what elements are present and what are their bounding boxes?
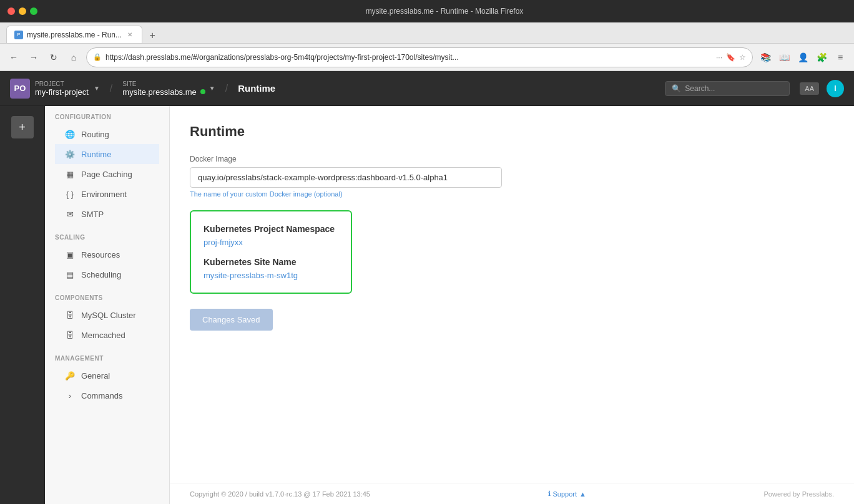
environment-label: Environment [81,190,127,199]
project-label: PROJECT [35,80,89,87]
docker-image-label: Docker Image [190,155,834,163]
left-sidebar: + [0,106,45,504]
sidebar-item-general[interactable]: 🔑 General [55,366,159,385]
reader-view-icon[interactable]: 📖 [777,50,792,65]
db2-icon: 🗄 [65,330,75,340]
site-selector[interactable]: SITE mysite.presslabs.me ▼ [122,80,215,97]
nav-sidebar: CONFIGURATION 🌐 Routing ⚙️ Runtime ▦ Pag… [45,106,170,504]
tab-favicon: P [14,31,23,39]
resources-label: Resources [81,250,120,259]
project-avatar: PO [10,79,30,99]
sidebar-item-routing[interactable]: 🌐 Routing [55,124,159,144]
header-page-title: Runtime [238,83,275,94]
db-icon: 🗄 [65,310,75,320]
content-footer: Copyright © 2020 / build v1.7.0-rc.13 @ … [170,483,854,504]
address-bar-icons: ··· 🔖 ☆ [716,53,746,62]
search-bar[interactable]: 🔍 Search... [665,81,790,96]
close-traffic-light[interactable] [7,7,15,15]
k8s-info-box: Kubernetes Project Namespace proj-fmjyxx… [190,210,352,294]
support-label: Support [553,490,577,498]
extension-icon[interactable]: 🧩 [814,50,829,65]
chevron-right-icon: › [65,390,75,400]
minimize-traffic-light[interactable] [19,7,26,15]
reload-button[interactable]: ↻ [46,50,61,65]
scaling-label: SCALING [55,234,159,241]
sidebar-item-scheduling[interactable]: ▤ Scheduling [55,264,159,284]
browser-nav-bar: ← → ↻ ⌂ 🔒 https://dash.presslabs.me/#/or… [0,44,854,71]
maximize-traffic-light[interactable] [30,7,37,15]
browser-tab[interactable]: P mysite.presslabs.me - Run... ✕ [6,26,142,43]
menu-icon[interactable]: ≡ [833,50,848,65]
site-label-wrap: SITE mysite.presslabs.me [122,80,205,97]
k8s-site-name-label: Kubernetes Site Name [204,257,338,267]
sidebar-item-resources[interactable]: ▣ Resources [55,245,159,264]
memcached-label: Memcached [81,331,125,340]
sidebar-item-commands[interactable]: › Commands [55,385,159,405]
management-section: MANAGEMENT 🔑 General › Commands [45,347,169,408]
project-info: PROJECT my-first-project [35,80,89,97]
add-project-button[interactable]: + [11,116,34,138]
search-placeholder: Search... [685,84,783,93]
browser-titlebar: mysite.presslabs.me - Runtime - Mozilla … [0,0,854,22]
url-display: https://dash.presslabs.me/#/organization… [106,53,712,62]
mysql-label: MySQL Cluster [81,311,136,320]
powered-by: Powered by Presslabs. [764,490,835,498]
new-tab-button[interactable]: + [145,28,160,43]
key-icon: 🔑 [65,371,75,380]
site-status-dot [200,89,205,94]
support-link[interactable]: ℹ Support ▲ [548,490,586,498]
docker-image-group: Docker Image The name of your custom Doc… [190,155,834,198]
support-chevron-icon: ▲ [579,490,586,498]
mail-icon: ✉ [65,209,75,219]
save-button[interactable]: Changes Saved [190,309,273,331]
sidebar-item-page-caching[interactable]: ▦ Page Caching [55,164,159,184]
page-title: Runtime [190,124,834,140]
browser-toolbar-right: 📚 📖 👤 🧩 ≡ [758,50,848,65]
window-title: mysite.presslabs.me - Runtime - Mozilla … [42,7,847,16]
box-icon: ▣ [65,250,75,259]
traffic-lights [7,7,37,15]
docker-image-hint: The name of your custom Docker image (op… [190,190,834,198]
configuration-label: CONFIGURATION [55,114,159,120]
sidebar-item-runtime[interactable]: ⚙️ Runtime [55,144,159,164]
general-label: General [81,371,110,380]
brackets-icon: { } [65,189,75,199]
bookmark-manager-icon[interactable]: 📚 [758,50,773,65]
content-wrapper: Runtime Docker Image The name of your cu… [170,106,854,504]
header-separator-2: / [225,83,228,94]
docker-image-input[interactable] [190,167,502,188]
tab-label: mysite.presslabs.me - Run... [27,31,122,39]
project-selector[interactable]: PO PROJECT my-first-project ▼ [10,79,100,99]
tab-bar: P mysite.presslabs.me - Run... ✕ + [0,22,854,44]
sidebar-item-mysql[interactable]: 🗄 MySQL Cluster [55,305,159,325]
site-label: SITE [122,80,205,87]
profile-icon[interactable]: 👤 [795,50,810,65]
sidebar-item-memcached[interactable]: 🗄 Memcached [55,325,159,345]
user-avatar[interactable]: I [827,80,844,97]
calendar-icon: ▤ [65,269,75,279]
project-name: my-first-project [35,87,89,97]
configuration-section: CONFIGURATION 🌐 Routing ⚙️ Runtime ▦ Pag… [45,106,169,226]
address-bar[interactable]: 🔒 https://dash.presslabs.me/#/organizati… [86,47,753,67]
globe-icon: 🌐 [65,129,75,139]
back-button[interactable]: ← [6,50,21,65]
project-chevron-icon: ▼ [94,85,100,92]
forward-button[interactable]: → [26,50,41,65]
sidebar-item-smtp[interactable]: ✉ SMTP [55,204,159,224]
home-button[interactable]: ⌂ [66,50,81,65]
aa-button[interactable]: AA [800,82,819,95]
runtime-label: Runtime [81,150,111,159]
smtp-label: SMTP [81,210,104,219]
components-section: COMPONENTS 🗄 MySQL Cluster 🗄 Memcached [45,287,169,347]
copyright-text: Copyright © 2020 / build v1.7.0-rc.13 @ … [190,490,370,498]
app-container: PO PROJECT my-first-project ▼ / SITE mys… [0,71,854,504]
tab-close-button[interactable]: ✕ [125,31,134,39]
app-header: PO PROJECT my-first-project ▼ / SITE mys… [0,71,854,106]
layers-icon: ▦ [65,169,75,179]
content-area: Runtime Docker Image The name of your cu… [170,106,854,483]
gear-icon: ⚙️ [65,149,75,159]
sidebar-item-environment[interactable]: { } Environment [55,184,159,204]
scaling-section: SCALING ▣ Resources ▤ Scheduling [45,226,169,287]
k8s-site-name-value: mysite-presslabs-m-sw1tg [204,271,338,280]
header-right: AA I [800,80,844,97]
